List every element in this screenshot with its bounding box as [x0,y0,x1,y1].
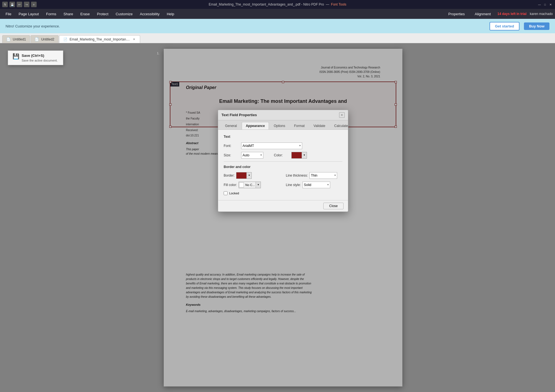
menu-protect[interactable]: Protect [94,11,112,17]
size-select[interactable]: Auto [241,152,263,159]
modal-overlay: Text Field Properties × General Appearan… [164,49,402,386]
modal-close-btn[interactable]: Close [323,203,344,209]
text-color-arrow[interactable]: ▼ [302,152,307,158]
title-bar: N 💾 ↩ ↪ ≡ Email_Marketing_The_most_Impor… [0,0,555,9]
style-label: Line style: [286,182,301,187]
font-label: Font: [224,143,239,148]
menu-icon[interactable]: ≡ [31,2,37,7]
save-icon[interactable]: 💾 [9,2,15,7]
tab-untitled1[interactable]: 📄 Untitled1 [2,35,30,43]
modal-tab-validate[interactable]: Validate [309,122,329,129]
fill-color-group: Fill color: No C... ▼ [224,182,280,188]
border-color-group: Border: ▼ [224,172,280,179]
get-started-button[interactable]: Get started [490,22,520,30]
app-icon: N [2,2,8,7]
doc-icon-2: 📄 [35,37,39,41]
modal-tab-calculate[interactable]: Calculate [330,122,348,129]
modal-body: Text Font: ArialMT Size: [218,130,348,200]
section-divider [224,161,342,162]
toolbar-icons: N 💾 ↩ ↪ ≡ [2,2,37,7]
size-select-wrapper: Auto [241,152,263,159]
menu-help[interactable]: Help [163,11,178,17]
line-style-group: Line style: Solid [286,182,342,188]
locked-label: Locked [229,191,239,196]
modal-tabs: General Appearance Options Format Valida… [218,120,348,130]
window-title: Email_Marketing_The_most_Important_Advan… [209,2,346,6]
menu-alignment[interactable]: Alignment [471,11,494,17]
tab-email-label: Email_Marketing_The_most_Importan.... [70,37,130,41]
menu-customize[interactable]: Customize [112,11,136,17]
tab-email-marketing[interactable]: 📄 Email_Marketing_The_most_Importan.... … [59,35,140,43]
modal-title: Text Field Properties [221,112,257,118]
user-name[interactable]: karen machado [530,12,553,16]
menu-forms[interactable]: Forms [43,11,60,17]
thickness-select-wrapper: Thin [309,172,337,179]
menu-share[interactable]: Share [60,11,77,17]
pdf-page: Text1 Journal of Economics and Technolog… [164,49,402,386]
redo-icon[interactable]: ↪ [24,2,29,7]
tab-untitled1-label: Untitled1 [13,37,26,41]
modal-tab-general[interactable]: General [221,122,241,129]
modal-tab-format[interactable]: Format [290,122,309,129]
tab-untitled2[interactable]: 📄 Untitled2 [31,35,58,43]
main-area: 💾 Save (Ctrl+S) Save the active document… [0,43,555,392]
promo-text: Nitro! Customize your experience. [6,24,485,28]
menu-bar-right: Properties Alignment 14 days left in tri… [445,11,553,17]
save-icon-area: 💾 Save (Ctrl+S) Save the active document… [12,54,59,62]
save-tooltip-title: Save (Ctrl+S) [22,54,58,58]
font-tools-text: Font Tools [331,2,346,6]
border-section-label: Border and color [224,164,342,169]
page-number: 1. [157,52,159,55]
text-color-picker[interactable]: ▼ [291,152,307,159]
border-color-swatch [236,172,246,179]
menu-file[interactable]: File [2,11,15,17]
trial-days: 14 days left in trial [498,12,527,16]
minimize-button[interactable]: — [537,2,542,7]
close-button[interactable]: ✕ [548,2,553,7]
menu-accessibility[interactable]: Accessibility [137,11,163,17]
save-tooltip-desc: Save the active document. [22,59,58,62]
thickness-select[interactable]: Thin [309,172,337,179]
tab-untitled2-label: Untitled2 [41,37,54,41]
doc-icon: 📄 [6,37,11,41]
save-tooltip: 💾 Save (Ctrl+S) Save the active document… [8,50,63,65]
page-sidebar: 1. [153,49,164,386]
doc-icon-3: 📄 [63,37,67,41]
undo-icon[interactable]: ↩ [17,2,22,7]
thickness-label: Line thickness: [286,173,308,178]
border-label: Border: [224,173,234,178]
font-select[interactable]: ArialMT [241,142,302,149]
border-form: Border: ▼ Line thickness: Thin [224,172,342,188]
line-thickness-group: Line thickness: Thin [286,172,342,179]
title-text: Email_Marketing_The_most_Important_Advan… [209,2,324,6]
menu-bar: File Page Layout Forms Share Erase Prote… [0,9,555,19]
maximize-button[interactable]: □ [543,2,547,7]
modal-close-button[interactable]: × [339,112,345,118]
fill-value-text: No C... [244,183,256,187]
font-select-wrapper: ArialMT [241,142,302,149]
size-color-row: Size: Auto Color: ▼ [224,152,342,159]
style-select[interactable]: Solid [302,182,330,188]
tab-close-button[interactable]: ✕ [132,37,136,41]
fill-color-arrow[interactable]: ▼ [256,182,261,188]
buy-now-button[interactable]: Buy Now [524,22,549,30]
menu-properties[interactable]: Properties [445,11,468,17]
fill-label: Fill color: [224,182,237,187]
modal-tab-appearance[interactable]: Appearance [242,122,269,129]
menu-page-layout[interactable]: Page Layout [15,11,42,17]
promo-bar: Nitro! Customize your experience. Get st… [0,19,555,33]
fill-color-picker[interactable]: No C... ▼ [239,182,261,188]
color-label: Color: [274,153,289,158]
modal-tab-options[interactable]: Options [269,122,289,129]
text-section-label: Text [224,134,342,139]
menu-erase[interactable]: Erase [77,11,93,17]
window-controls: — □ ✕ [537,2,553,7]
modal-footer: Close [218,200,348,212]
border-color-picker[interactable]: ▼ [236,172,252,179]
size-label: Size: [224,153,239,158]
modal-title-bar: Text Field Properties × [218,110,348,120]
border-color-arrow[interactable]: ▼ [246,172,251,179]
locked-row: Locked [224,191,342,196]
text-field-properties-dialog: Text Field Properties × General Appearan… [218,110,348,212]
locked-checkbox[interactable] [224,191,228,195]
